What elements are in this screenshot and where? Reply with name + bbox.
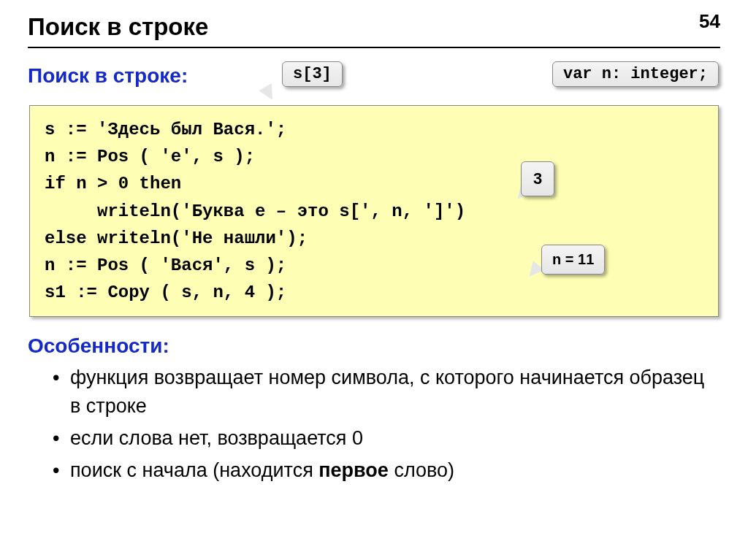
callout-s3: s[3] xyxy=(282,61,343,87)
bullet-bold: первое xyxy=(318,459,389,481)
callout-n-equals-11: n = 11 xyxy=(541,245,605,275)
bullet-text: слово) xyxy=(389,459,454,481)
slide-header: Поиск в строке 54 xyxy=(28,13,720,48)
code-text: s := 'Здесь был Вася.'; n := Pos ( 'е', … xyxy=(45,120,465,302)
page-number: 54 xyxy=(699,10,720,33)
callout-var-declaration: var n: integer; xyxy=(552,61,719,87)
features-list: функция возвращает номер символа, с кото… xyxy=(28,364,720,484)
bullet-text: поиск с начала (находится xyxy=(70,459,318,481)
callout-tail xyxy=(259,83,278,103)
features-heading: Особенности: xyxy=(28,334,720,358)
list-item: если слова нет, возвращается 0 xyxy=(53,424,720,452)
page-title: Поиск в строке xyxy=(28,13,208,41)
slide: Поиск в строке 54 Поиск в строке: s[3] v… xyxy=(0,0,748,560)
list-item: поиск с начала (находится первое слово) xyxy=(53,456,720,484)
subtitle-row: Поиск в строке: s[3] var n: integer; xyxy=(28,64,720,96)
code-block: s := 'Здесь был Вася.'; n := Pos ( 'е', … xyxy=(29,105,719,317)
list-item: функция возвращает номер символа, с кото… xyxy=(53,364,720,420)
callout-result-3: 3 xyxy=(521,161,554,196)
subtitle: Поиск в строке: xyxy=(28,64,188,88)
